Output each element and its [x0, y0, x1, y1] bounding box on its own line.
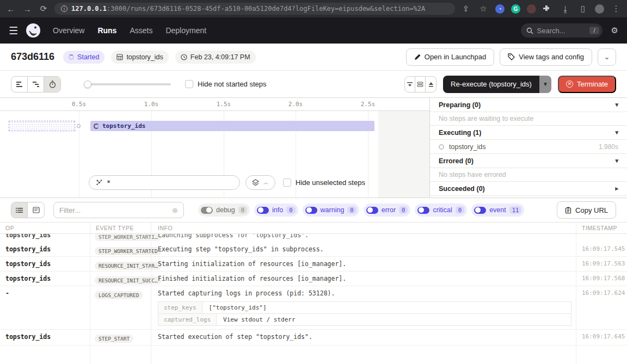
step-selection-input[interactable] — [107, 179, 233, 187]
graph-layers-button[interactable]: ︿ — [245, 175, 275, 190]
downloads-icon[interactable]: ⭳ — [560, 4, 571, 14]
terminate-button[interactable]: ✕ Terminate — [558, 76, 616, 93]
level-toggle-error[interactable]: error 0 — [364, 203, 411, 217]
gantt-chart: 0.5s 1.0s 1.5s 2.0s 2.5s topstory_ids — [0, 98, 430, 198]
job-tag[interactable]: topstory_ids — [111, 51, 168, 64]
chevron-down-icon: ▾ — [615, 129, 618, 136]
chevron-up-icon: ︿ — [263, 179, 269, 187]
level-count: 11 — [509, 206, 522, 214]
level-toggle-info[interactable]: info 0 — [254, 203, 298, 217]
log-list-view-button[interactable] — [11, 202, 28, 218]
settings-gear-icon[interactable]: ⚙ — [611, 26, 618, 35]
profile-avatar[interactable] — [595, 4, 604, 14]
bookmark-star-icon[interactable]: ☆ — [478, 4, 489, 14]
nav-item-assets[interactable]: Assets — [130, 26, 152, 35]
view-tags-config-button[interactable]: View tags and config — [500, 48, 592, 66]
hide-unselected-control[interactable]: Hide unselected steps — [283, 178, 365, 187]
level-toggle-debug[interactable]: debug 0 — [198, 203, 250, 217]
back-icon[interactable]: ← — [5, 4, 16, 14]
extension-grammarly-icon[interactable]: G — [511, 4, 520, 14]
terminate-x-icon: ✕ — [566, 81, 573, 88]
gantt-view-mode-group — [11, 76, 61, 92]
share-icon[interactable]: ⇪ — [460, 4, 471, 14]
zoom-out-button[interactable] — [405, 77, 415, 92]
table-row[interactable]: topstory_ids STEP_WORKER_STARTED Executi… — [0, 242, 627, 257]
view-stdout-stderr-link[interactable]: View stdout / stderr — [217, 314, 302, 325]
metadata-value: ["topstory_ids"] — [202, 302, 273, 313]
nav-item-runs[interactable]: Runs — [97, 26, 116, 35]
extension-1password-icon[interactable]: ◔ — [495, 4, 505, 14]
flat-view-button[interactable] — [11, 77, 28, 92]
preparing-empty-text: No steps are waiting to execute — [430, 112, 627, 126]
nav-item-overview[interactable]: Overview — [53, 26, 84, 35]
level-count: 0 — [286, 206, 295, 214]
chevron-down-icon: ▾ — [615, 157, 618, 164]
log-toolbar: ⊗ debug 0 info 0 warning 0 error 0 criti… — [0, 198, 627, 222]
open-in-launchpad-button[interactable]: Open in Launchpad — [406, 48, 494, 66]
clear-filter-icon[interactable]: ⊗ — [172, 206, 178, 214]
metadata-key: captured_logs — [158, 314, 217, 325]
table-empty-space — [0, 346, 627, 364]
site-info-icon[interactable]: i — [61, 5, 67, 12]
log-view-mode-group — [11, 202, 45, 218]
level-toggle-event[interactable]: event 11 — [471, 203, 524, 217]
hide-unselected-checkbox[interactable] — [283, 178, 291, 187]
layers-icon — [252, 179, 259, 186]
gantt-step-bar[interactable]: topstory_ids — [90, 121, 374, 131]
step-status-panel: Preparing (0)▾ No steps are waiting to e… — [430, 98, 627, 198]
hide-not-started-checkbox[interactable] — [185, 80, 193, 88]
table-row[interactable]: topstory_ids STEP_START Started executio… — [0, 330, 627, 346]
zoom-slider[interactable] — [84, 81, 171, 88]
gantt-waiting-box — [9, 121, 75, 131]
hide-not-started-control[interactable]: Hide not started steps — [185, 80, 266, 88]
level-toggle-critical[interactable]: critical 0 — [415, 203, 467, 217]
table-row[interactable]: topstory_ids RESOURCE_INIT_STAR… Startin… — [0, 257, 627, 272]
table-row[interactable]: topstory_ids RESOURCE_INIT_SUCC… Finishe… — [0, 272, 627, 286]
axis-tick: 0.5s — [72, 101, 87, 108]
reexecute-split-button: Re-execute (topstory_ids) ▼ — [443, 76, 551, 93]
panel-section-errored[interactable]: Errored (0)▾ — [430, 154, 627, 168]
run-actions-caret-button[interactable]: ⌄ — [598, 48, 616, 66]
axis-tick: 1.0s — [144, 101, 159, 108]
level-count: 0 — [347, 206, 356, 214]
global-search[interactable]: Search... / — [521, 23, 603, 38]
copy-url-button[interactable]: Copy URL — [557, 201, 616, 219]
status-spinner-icon — [69, 54, 74, 60]
address-bar[interactable]: i 127.0.0.1:3000/runs/673d6116-0528-45df… — [54, 3, 455, 15]
log-filter-input-wrap[interactable]: ⊗ — [53, 202, 184, 218]
waterfall-view-button[interactable] — [28, 77, 44, 92]
hide-unselected-label: Hide unselected steps — [296, 178, 365, 187]
reload-icon[interactable]: ⟳ — [38, 4, 49, 14]
reexecute-button[interactable]: Re-execute (topstory_ids) — [443, 76, 539, 93]
search-shortcut-key: / — [589, 27, 599, 34]
table-row-clipped[interactable]: topstory_ids STEP_WORKER_STARTI… Launchi… — [0, 234, 627, 242]
toggle-icon — [201, 207, 213, 214]
reexecute-caret-button[interactable]: ▼ — [539, 76, 551, 93]
sidepanel-icon[interactable]: ▯ — [577, 4, 588, 14]
extension-darkreader-icon[interactable] — [527, 4, 536, 14]
toggle-icon — [305, 207, 317, 214]
nav-menu-icon[interactable]: ☰ — [9, 24, 18, 37]
table-row-logs-captured[interactable]: - LOGS_CAPTURED Started capturing logs i… — [0, 286, 627, 330]
level-toggle-warning[interactable]: warning 0 — [303, 203, 359, 217]
forward-icon[interactable]: → — [22, 4, 33, 14]
executing-step-row[interactable]: topstory_ids 1.980s — [430, 140, 627, 154]
log-structured-view-button[interactable] — [28, 202, 44, 218]
zoom-reset-button[interactable] — [415, 77, 426, 92]
panel-section-succeeded[interactable]: Succeeded (0)▸ — [430, 182, 627, 196]
timed-view-button[interactable] — [44, 77, 60, 92]
panel-section-executing[interactable]: Executing (1)▾ — [430, 126, 627, 140]
col-header-timestamp: TIMESTAMP — [576, 223, 627, 233]
extensions-puzzle-icon[interactable] — [543, 5, 554, 13]
nav-item-deployment[interactable]: Deployment — [165, 26, 206, 35]
log-filter-input[interactable] — [59, 206, 169, 214]
panel-section-preparing[interactable]: Preparing (0)▾ — [430, 98, 627, 112]
zoom-in-button[interactable] — [426, 77, 436, 92]
dagster-logo[interactable] — [26, 23, 41, 38]
pencil-icon — [414, 54, 421, 60]
browser-menu-icon[interactable]: ⋮ — [611, 4, 622, 14]
step-selection-input-wrap[interactable] — [89, 175, 240, 190]
waterfall-icon — [32, 81, 40, 88]
errored-empty-text: No steps have errored — [430, 168, 627, 182]
slider-knob[interactable] — [84, 81, 91, 88]
